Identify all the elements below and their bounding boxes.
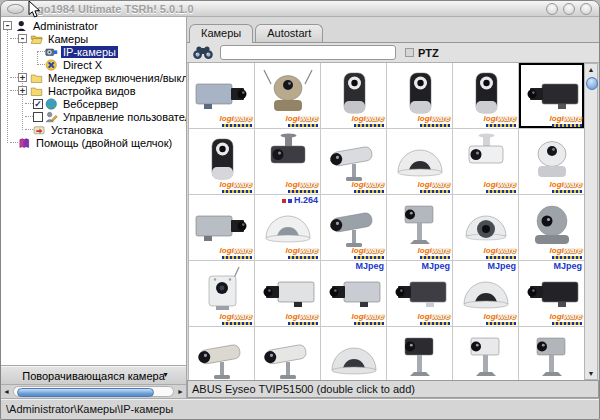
camera-grid-item[interactable]: logiware (519, 195, 584, 260)
logiware-watermark: logiware (286, 379, 318, 380)
logiware-watermark: logiware (550, 181, 582, 193)
scroll-right-icon[interactable]: ► (175, 386, 186, 397)
camera-grid-item[interactable]: logiware (321, 195, 386, 260)
logiware-watermark: logiware (550, 247, 582, 259)
tree-connector-stub (25, 129, 33, 131)
camera-type-dropdown[interactable]: Поворачивающаяся камера ▼ (1, 366, 186, 385)
tree-item-label: IP-камеры (61, 46, 118, 58)
camera-grid-area: logiwarelogiwarelogiwarelogiwarelogiware… (187, 62, 599, 380)
camera-grid-item[interactable]: logiware (189, 129, 254, 194)
tree-item[interactable]: +Менеджер включения/выключения (1, 71, 186, 84)
user-icon (15, 20, 28, 32)
camera-grid-item[interactable]: logiware (189, 327, 254, 380)
camera-grid-item[interactable]: logiware (321, 327, 386, 380)
tree-checkbox[interactable] (33, 112, 43, 122)
camera-grid-item[interactable]: logiware (519, 327, 584, 380)
tree-item[interactable]: ✓Вебсервер (1, 97, 186, 110)
expand-icon[interactable]: + (18, 73, 27, 82)
tab-inactive[interactable]: Autostart (255, 24, 323, 42)
logiware-watermark: logiware (418, 247, 450, 259)
directx-icon (45, 59, 58, 71)
camera-grid-item[interactable]: H.264logiware (255, 195, 320, 260)
folder-icon (30, 85, 43, 97)
tree-item[interactable]: +Настройка видов (1, 84, 186, 97)
tree-item-label: Administrator (31, 20, 100, 32)
expand-icon[interactable]: + (18, 86, 27, 95)
hscroll-track[interactable] (13, 386, 174, 397)
camera-grid-item[interactable]: logiware (189, 195, 254, 260)
tree[interactable]: -Administrator-КамерыIP-камерыDirect X+М… (1, 17, 186, 366)
shade-button[interactable] (7, 4, 24, 14)
checker-flag-icon (222, 190, 252, 193)
vscroll-thumb[interactable] (586, 77, 598, 90)
tree-connector-stub (37, 64, 45, 66)
camera-grid-item[interactable]: logiware (453, 327, 518, 380)
camera-grid-item[interactable]: MJpeglogiware (453, 261, 518, 326)
camera-grid-item[interactable]: logiware (255, 129, 320, 194)
window-controls (546, 3, 592, 15)
scroll-up-icon[interactable]: ▲ (588, 65, 595, 74)
tree-item[interactable]: Управление пользователями (1, 110, 186, 123)
tree-item[interactable]: -Administrator (1, 19, 186, 32)
tree-item[interactable]: Помощь (двойной щелчок) (1, 136, 186, 149)
tree-item[interactable]: Установка (1, 123, 186, 136)
collapse-icon[interactable]: - (18, 34, 27, 43)
tree-item-label: Менеджер включения/выключения (46, 72, 186, 84)
checker-flag-icon (288, 256, 318, 259)
logiware-watermark: logiware (220, 247, 252, 259)
collapse-icon[interactable]: - (3, 21, 12, 30)
camera-search-input[interactable] (220, 45, 396, 60)
camera-grid-item[interactable]: logiware (453, 129, 518, 194)
camera-photo-standcam-icon (522, 331, 582, 381)
title-bar[interactable]: go1984 Ultimate TSRh! 5.0.1.0 (1, 1, 599, 17)
camera-grid-item[interactable]: logiware (453, 195, 518, 260)
camera-grid-item[interactable]: MJpeglogiware (387, 261, 452, 326)
tree-item[interactable]: -Камеры (1, 32, 186, 45)
chevron-down-icon: ▼ (162, 371, 169, 378)
checker-flag-icon (354, 190, 384, 193)
tree-item-label: Настройка видов (46, 85, 138, 97)
logiware-watermark: logiware (418, 115, 450, 127)
folder-icon (30, 72, 43, 84)
camera-grid-item[interactable]: logiware (255, 261, 320, 326)
checker-flag-icon (552, 322, 582, 325)
minimize-button[interactable] (546, 3, 558, 15)
hscroll-thumb[interactable] (17, 388, 154, 397)
tree-item[interactable]: Direct X (1, 58, 186, 71)
close-button[interactable] (580, 3, 592, 15)
camera-grid-item-selected[interactable]: logiware (519, 63, 584, 128)
tree-horizontal-scrollbar[interactable]: ◄ ► (1, 385, 186, 398)
camera-grid-item[interactable]: logiware (321, 63, 386, 128)
camera-grid-item[interactable]: logiware (255, 327, 320, 380)
tree-connector-stub (10, 90, 18, 92)
tab-active[interactable]: Камеры (189, 24, 253, 43)
grid-vertical-scrollbar[interactable]: ▲ ▼ (585, 63, 598, 380)
tree-item[interactable]: IP-камеры (1, 45, 186, 58)
window-title: go1984 Ultimate TSRh! 5.0.1.0 (37, 3, 194, 15)
checker-flag-icon (486, 322, 516, 325)
logiware-watermark: logiware (352, 181, 384, 193)
logiware-watermark: logiware (352, 313, 384, 325)
camera-grid-item[interactable]: logiware (387, 327, 452, 380)
camera-grid-item[interactable]: logiware (519, 129, 584, 194)
camera-grid-item[interactable]: logiware (321, 129, 386, 194)
tree-item-label: Direct X (61, 59, 104, 71)
camera-grid-item[interactable]: logiware (387, 129, 452, 194)
globe-icon (45, 98, 58, 110)
camera-grid-item[interactable]: logiware (387, 195, 452, 260)
camera-grid-item[interactable]: logiware (255, 63, 320, 128)
camera-grid-item[interactable]: logiware (387, 63, 452, 128)
maximize-button[interactable] (563, 3, 575, 15)
camera-grid-item[interactable]: MJpeglogiware (519, 261, 584, 326)
camera-grid-item[interactable]: logiware (189, 261, 254, 326)
scroll-left-icon[interactable]: ◄ (1, 386, 12, 397)
tree-checkbox[interactable]: ✓ (33, 99, 43, 109)
camera-grid-item[interactable]: MJpeglogiware (321, 261, 386, 326)
camera-grid-item[interactable]: logiware (189, 63, 254, 128)
ptz-checkbox[interactable] (405, 48, 414, 57)
camera-grid-item[interactable]: logiware (453, 63, 518, 128)
logiware-watermark: logiware (352, 115, 384, 127)
scroll-down-icon[interactable]: ▼ (588, 369, 595, 378)
status-bar: \Administrator\Камеры\IP-камеры (1, 398, 599, 419)
logiware-watermark: logiware (484, 115, 516, 127)
